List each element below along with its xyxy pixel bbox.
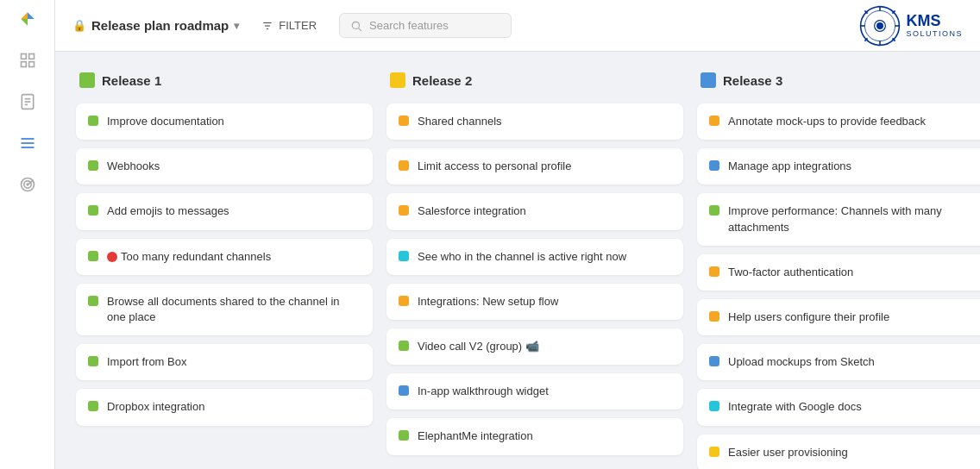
grid-icon[interactable] bbox=[16, 48, 40, 72]
column-release3: Release 3Annotate mock-ups to provide fe… bbox=[690, 66, 980, 455]
card-status-dot bbox=[88, 356, 98, 366]
search-placeholder-text: Search features bbox=[369, 19, 449, 32]
card-text: See who in the channel is active right n… bbox=[418, 249, 671, 265]
card-text: In-app walkthrough widget bbox=[418, 384, 671, 399]
svg-point-21 bbox=[352, 22, 359, 28]
filter-button[interactable]: FILTER bbox=[253, 14, 325, 37]
card-text: Video call V2 (group) 📹 bbox=[418, 339, 671, 354]
card-status-dot bbox=[88, 160, 98, 171]
kms-brand-text: KMS SOLUTIONS bbox=[906, 13, 963, 39]
card[interactable]: Two-factor authentication bbox=[697, 254, 980, 291]
card-text: Add emojis to messages bbox=[107, 203, 361, 219]
card[interactable]: Manage app integrations bbox=[697, 148, 980, 184]
card-text: Two-factor authentication bbox=[728, 265, 980, 280]
list-icon[interactable] bbox=[16, 131, 40, 155]
card-status-dot bbox=[399, 251, 409, 261]
card-status-dot bbox=[709, 311, 719, 322]
card[interactable]: Improve performance: Channels with many … bbox=[697, 193, 980, 245]
topbar: 🔒 Release plan roadmap ▾ FILTER Search f… bbox=[55, 0, 980, 52]
card[interactable]: Integrate with Google docs bbox=[697, 389, 980, 425]
card-text: Improve performance: Channels with many … bbox=[728, 203, 980, 234]
card-status-dot bbox=[399, 385, 409, 396]
topbar-left: 🔒 Release plan roadmap ▾ FILTER Search f… bbox=[72, 13, 512, 38]
kms-sub: SOLUTIONS bbox=[906, 29, 963, 38]
card-text: Upload mockups from Sketch bbox=[728, 354, 980, 370]
card[interactable]: Video call V2 (group) 📹 bbox=[386, 328, 683, 365]
column-title: Release 1 bbox=[102, 73, 161, 88]
card-status-dot bbox=[709, 205, 719, 216]
column-header-release3: Release 3 bbox=[697, 66, 980, 95]
svg-marker-2 bbox=[21, 19, 28, 26]
card[interactable]: In-app walkthrough widget bbox=[386, 373, 683, 410]
card-text: Integrate with Google docs bbox=[728, 399, 980, 415]
svg-point-33 bbox=[876, 22, 883, 29]
card[interactable]: Salesforce integration bbox=[386, 193, 683, 229]
column-header-release1: Release 1 bbox=[76, 66, 373, 95]
card[interactable]: Too many redundant channels bbox=[76, 239, 373, 275]
card-status-dot bbox=[399, 341, 409, 351]
column-header-release2: Release 2 bbox=[386, 66, 683, 95]
column-flag-icon bbox=[700, 72, 716, 88]
card[interactable]: Annotate mock-ups to provide feedback bbox=[697, 103, 980, 140]
kms-logo: KMS SOLUTIONS bbox=[859, 5, 963, 47]
card[interactable]: Improve documentation bbox=[76, 103, 373, 140]
card-status-dot bbox=[399, 116, 409, 126]
svg-rect-5 bbox=[21, 62, 26, 67]
svg-line-22 bbox=[359, 28, 361, 30]
card-status-dot bbox=[88, 251, 98, 261]
document-icon[interactable] bbox=[16, 90, 40, 114]
card-text: Dropbox integration bbox=[107, 399, 361, 415]
card-text: Salesforce integration bbox=[418, 203, 671, 219]
board-title: 🔒 Release plan roadmap ▾ bbox=[72, 18, 239, 33]
card-status-dot bbox=[709, 266, 719, 277]
card[interactable]: Import from Box bbox=[76, 344, 373, 380]
column-flag-icon bbox=[79, 72, 95, 88]
card[interactable]: ElephantMe integration bbox=[386, 418, 683, 454]
radar-icon[interactable] bbox=[16, 172, 40, 197]
card[interactable]: Limit access to personal profile bbox=[386, 148, 683, 184]
card[interactable]: Help users configure their profile bbox=[697, 299, 980, 335]
search-icon bbox=[350, 20, 362, 32]
kms-logo-icon bbox=[859, 5, 901, 47]
card-text: Too many redundant channels bbox=[107, 249, 361, 265]
card-text: ElephantMe integration bbox=[418, 428, 671, 444]
svg-marker-0 bbox=[21, 12, 28, 19]
card-status-dot bbox=[709, 160, 719, 171]
card[interactable]: Dropbox integration bbox=[76, 389, 373, 425]
card-status-dot bbox=[709, 116, 719, 126]
card-status-dot bbox=[399, 160, 409, 171]
card-status-dot bbox=[399, 205, 409, 216]
svg-rect-3 bbox=[21, 54, 26, 59]
svg-marker-1 bbox=[28, 12, 35, 19]
card-status-dot bbox=[88, 296, 98, 306]
card-status-dot bbox=[399, 430, 409, 441]
card-status-dot bbox=[88, 401, 98, 411]
card[interactable]: See who in the channel is active right n… bbox=[386, 239, 683, 275]
card[interactable]: Webhooks bbox=[76, 148, 373, 184]
card[interactable]: Browse all documents shared to the chann… bbox=[76, 284, 373, 335]
search-bar[interactable]: Search features bbox=[339, 13, 512, 38]
card-status-dot bbox=[88, 116, 98, 126]
sidebar bbox=[0, 0, 55, 469]
column-title: Release 2 bbox=[412, 73, 472, 88]
lock-icon: 🔒 bbox=[72, 19, 86, 32]
card-text: Improve documentation bbox=[107, 114, 361, 129]
card[interactable]: Shared channels bbox=[386, 103, 683, 140]
card-status-dot bbox=[709, 401, 719, 411]
card-status-dot bbox=[709, 447, 719, 457]
column-release1: Release 1Improve documentationWebhooksAd… bbox=[69, 66, 380, 455]
app-logo-icon[interactable] bbox=[16, 7, 40, 31]
chevron-down-icon[interactable]: ▾ bbox=[234, 20, 239, 32]
card-status-dot bbox=[399, 296, 409, 306]
card-text: Easier user provisioning bbox=[728, 445, 980, 460]
card[interactable]: Easier user provisioning bbox=[697, 435, 980, 470]
card-text: Shared channels bbox=[418, 114, 671, 129]
red-flag-icon bbox=[107, 252, 117, 262]
card[interactable]: Add emojis to messages bbox=[76, 193, 373, 229]
column-release2: Release 2Shared channelsLimit access to … bbox=[380, 66, 690, 455]
card-text: Webhooks bbox=[107, 159, 361, 174]
kms-name: KMS bbox=[906, 13, 963, 30]
card[interactable]: Integrations: New setup flow bbox=[386, 284, 683, 320]
card-text: Import from Box bbox=[107, 354, 361, 370]
card[interactable]: Upload mockups from Sketch bbox=[697, 344, 980, 380]
